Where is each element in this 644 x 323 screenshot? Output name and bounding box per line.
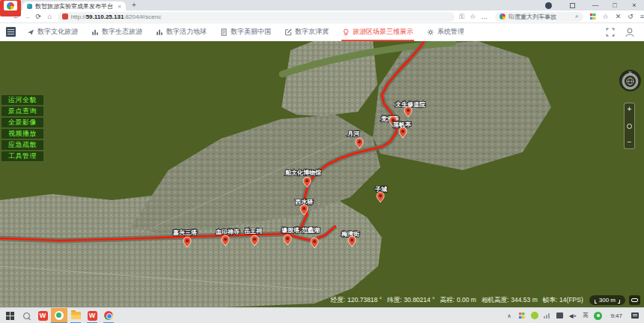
tray-app-squares[interactable] [517, 308, 526, 323]
taskbar-wps-app-2[interactable]: W [84, 308, 100, 323]
window-extra-icon[interactable] [570, 3, 575, 8]
cut-extension-icon[interactable]: ✕ [616, 13, 622, 20]
marker-label: 月河 [347, 130, 360, 137]
marker-label: 落帆亭 [392, 121, 411, 128]
marker-label: 范蠡湖 [301, 226, 320, 234]
quick-search-box[interactable]: 印度重大列车事故 ⌕ [495, 12, 583, 22]
tray-hidden-icons-caret[interactable]: ∧ [504, 308, 514, 323]
vr-goggles-icon [631, 298, 638, 302]
window-minimize-button[interactable]: — [586, 1, 605, 9]
nav-item-2[interactable]: 数字活力地球 [149, 23, 213, 41]
address-bar[interactable]: http://59.110.25.131:8204/#/scenc [58, 12, 455, 22]
bookmark-star-icon[interactable]: ☆ [470, 13, 476, 20]
tray-device[interactable] [555, 308, 565, 323]
password-key-icon[interactable]: ⚿ [459, 13, 464, 21]
navbar-items: 数字文化旅游数字生态旅游数字活力地球数字美丽中国数字京津冀旅游区场景三维展示系统… [20, 23, 471, 41]
tray-remote-app[interactable] [593, 308, 603, 323]
taskbar-recorder-app-active[interactable] [51, 308, 67, 323]
taskbar-file-explorer[interactable] [67, 308, 84, 323]
browser-titlebar: 数智旅游实验室成果发布平台 × + — □ × [0, 0, 644, 10]
fullscreen-icon[interactable] [606, 28, 615, 37]
home-button[interactable]: ⌂ [44, 13, 55, 20]
folder-icon [71, 312, 81, 319]
taskbar-clock[interactable]: 9:47 [606, 313, 627, 319]
map-statusbar: 经度:120.73818 °纬度:30.80214 °高程:0.00 m相机高度… [326, 295, 640, 305]
map-canvas[interactable]: 文生修道院觉海寺落帆亭月河船文化博物馆西水驿子城嘉兴三塔血印禅寺岳王祠壕股塔范蠡… [0, 41, 644, 307]
compass-control[interactable]: N [619, 69, 642, 92]
marker-label: 船文化博物馆 [285, 169, 321, 176]
sidebar-item-1[interactable]: 景点查询 [1, 106, 43, 116]
tray-ime-indicator[interactable]: 英 [580, 308, 590, 323]
app-navbar: 数字文化旅游数字生态旅游数字活力地球数字美丽中国数字京津冀旅游区场景三维展示系统… [0, 23, 644, 41]
url-path: :8204/#/scenc [124, 13, 161, 20]
nav-item-label: 数字文化旅游 [37, 27, 78, 37]
compass-north-label: N [629, 70, 632, 75]
search-icon[interactable]: ⌕ [575, 13, 578, 20]
status-segment: 纬度:30.80214 ° [387, 296, 435, 304]
window-maximize-button[interactable]: □ [605, 1, 625, 9]
marker-label: 岳王祠 [243, 227, 262, 235]
windows-logo-icon [6, 312, 14, 320]
map-marker-6[interactable]: 子城 [374, 186, 387, 202]
taskbar-chrome[interactable] [100, 308, 117, 323]
forward-button[interactable]: → [22, 13, 33, 20]
balloon-icon [342, 28, 350, 36]
taskbar-wps-app[interactable]: W [34, 308, 51, 323]
globe-icon [627, 78, 634, 85]
recorder-logo-icon [7, 2, 14, 10]
reload-button[interactable]: ⟳ [33, 13, 44, 20]
status-segment: 高程:0.00 m [440, 296, 476, 304]
browser-tab[interactable]: 数智旅游实验室成果发布平台 × [22, 1, 126, 10]
vr-mode-button[interactable] [629, 295, 640, 305]
taskbar-search-button[interactable] [18, 308, 34, 323]
tray-network[interactable] [542, 308, 552, 323]
reset-view-button[interactable] [627, 124, 632, 129]
start-button[interactable] [1, 308, 18, 323]
zoom-in-button[interactable]: + [628, 106, 632, 113]
coordinate-readout: 经度:120.73818 °纬度:30.80214 °高程:0.00 m相机高度… [326, 296, 583, 305]
chrome-icon [104, 311, 113, 320]
notification-center-button[interactable] [630, 308, 640, 323]
status-segment: 相机高度:344.53 m [482, 296, 538, 304]
nav-item-0[interactable]: 数字文化旅游 [20, 23, 85, 41]
bookmark-add-icon[interactable]: ☆ [603, 13, 609, 20]
extension-squares-icon[interactable] [590, 13, 596, 19]
nav-item-label: 数字京津冀 [295, 27, 329, 37]
status-segment: 经度:120.73818 ° [331, 296, 382, 304]
more-options-icon[interactable]: … [481, 13, 487, 20]
sidebar-item-5[interactable]: 工具管理 [1, 151, 43, 161]
undo-icon[interactable]: ↺ [628, 13, 634, 20]
new-tab-button[interactable]: + [132, 1, 136, 9]
green-circle-icon [531, 312, 538, 319]
url-host: 59.110.25.131 [86, 13, 124, 20]
nav-item-label: 数字活力地球 [166, 27, 207, 37]
screen-recorder-overlay-badge[interactable] [0, 0, 21, 16]
browser-menu-icon[interactable]: ≡ [640, 13, 644, 20]
nav-item-5[interactable]: 旅游区场景三维展示 [335, 23, 420, 41]
window-controls: — □ × [538, 0, 644, 10]
zoom-out-button[interactable]: − [628, 139, 632, 146]
nav-item-label: 数字生态旅游 [102, 27, 142, 37]
tab-favicon-icon [27, 4, 32, 9]
marker-label: 子城 [374, 186, 387, 193]
sidebar-item-0[interactable]: 运河全貌 [1, 95, 43, 105]
sidebar-item-3[interactable]: 视频播放 [1, 129, 43, 139]
user-avatar-icon[interactable] [625, 27, 635, 37]
nav-item-1[interactable]: 数字生态旅游 [85, 23, 149, 41]
nav-item-4[interactable]: 数字京津冀 [278, 23, 335, 41]
nav-item-label: 系统管理 [437, 27, 464, 37]
nav-item-3[interactable]: 数字美丽中国 [213, 23, 278, 41]
sidebar-item-2[interactable]: 全景影像 [1, 118, 43, 127]
device-icon [556, 313, 563, 319]
tab-close-icon[interactable]: × [118, 3, 121, 10]
document-icon [220, 28, 228, 36]
tray-volume-muted[interactable]: ◀× [568, 308, 577, 323]
window-close-button[interactable]: × [625, 1, 644, 9]
tray-green-shield[interactable] [529, 308, 539, 323]
nav-item-6[interactable]: 系统管理 [420, 23, 471, 41]
browser-profile-avatar[interactable] [545, 2, 552, 9]
sidebar-item-4[interactable]: 应急疏散 [1, 140, 43, 150]
site-info-icon[interactable] [62, 13, 68, 19]
windows-taskbar: W W ∧ ◀× 英 9:47 [0, 307, 644, 323]
collapse-menu-icon[interactable] [6, 27, 16, 37]
